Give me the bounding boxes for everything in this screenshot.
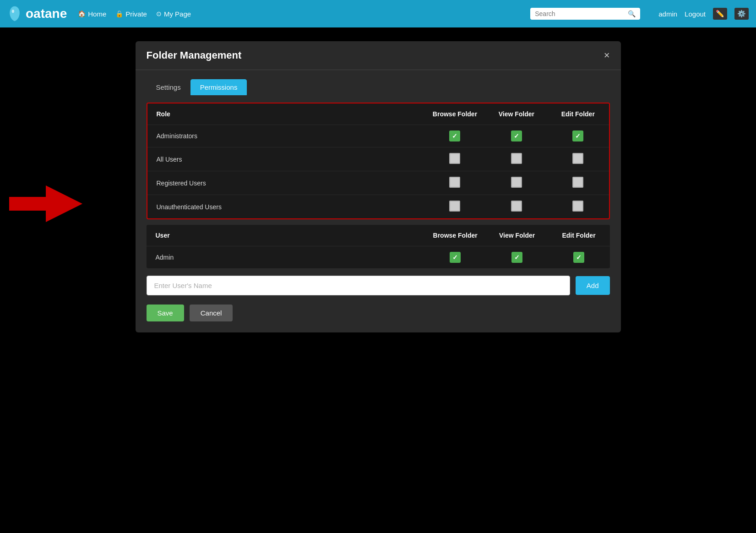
- table-row: Unauthenticated Users: [147, 195, 609, 219]
- username-input[interactable]: [147, 276, 570, 295]
- edit-icon[interactable]: ✏️: [713, 8, 727, 20]
- table-row: Admin: [147, 246, 610, 269]
- edit-checkbox[interactable]: [547, 147, 609, 171]
- table-row: All Users: [147, 147, 609, 171]
- lock-icon: 🔒: [115, 10, 123, 17]
- users-table: User Browse Folder View Folder Edit Fold…: [147, 225, 610, 268]
- user-name: Admin: [147, 246, 424, 269]
- roles-section: Role Browse Folder View Folder Edit Fold…: [147, 103, 610, 219]
- user-view-col-header: View Folder: [486, 225, 548, 246]
- browse-folder-col-header: Browse Folder: [424, 103, 485, 125]
- role-name: Registered Users: [147, 171, 424, 195]
- nav-right: admin Logout ✏️ ⚙️: [658, 8, 749, 20]
- admin-label: admin: [658, 10, 677, 18]
- nav-links: 🏠 Home 🔒 Private ⊙ My Page: [78, 10, 519, 18]
- modal-footer: Save Cancel: [147, 305, 610, 321]
- save-button[interactable]: Save: [147, 305, 184, 321]
- arrow-annotation: [9, 183, 82, 226]
- table-row: Administrators: [147, 125, 609, 147]
- modal-overlay: Folder Management × Settings Permissions…: [0, 27, 756, 533]
- view-checkbox[interactable]: [486, 171, 547, 195]
- add-user-row: Add: [147, 276, 610, 295]
- role-name: Unauthenticated Users: [147, 195, 424, 219]
- user-view-checkbox[interactable]: [486, 246, 548, 269]
- search-icon: 🔍: [628, 10, 636, 17]
- logo-icon: [7, 5, 22, 22]
- user-col-header: User: [147, 225, 424, 246]
- nav-mypage[interactable]: ⊙ My Page: [156, 10, 191, 18]
- role-name: Administrators: [147, 125, 424, 147]
- navbar: oatane 🏠 Home 🔒 Private ⊙ My Page 🔍 admi…: [0, 0, 756, 27]
- edit-checkbox[interactable]: [547, 125, 609, 147]
- tab-settings[interactable]: Settings: [147, 79, 190, 95]
- modal-close-button[interactable]: ×: [604, 50, 610, 60]
- users-section: User Browse Folder View Folder Edit Fold…: [147, 225, 610, 268]
- view-checkbox[interactable]: [486, 195, 547, 219]
- view-folder-col-header: View Folder: [486, 103, 547, 125]
- search-input[interactable]: [535, 10, 625, 17]
- user-browse-checkbox[interactable]: [424, 246, 486, 269]
- search-bar: 🔍: [530, 8, 640, 20]
- edit-checkbox[interactable]: [547, 195, 609, 219]
- modal-title: Folder Management: [147, 49, 242, 61]
- user-edit-col-header: Edit Folder: [548, 225, 610, 246]
- logout-button[interactable]: Logout: [685, 10, 706, 18]
- circle-icon: ⊙: [156, 10, 162, 17]
- browse-checkbox[interactable]: [424, 171, 485, 195]
- view-checkbox[interactable]: [486, 125, 547, 147]
- role-name: All Users: [147, 147, 424, 171]
- nav-home[interactable]: 🏠 Home: [78, 10, 106, 18]
- browse-checkbox[interactable]: [424, 147, 485, 171]
- logo-text: oatane: [26, 6, 67, 21]
- roles-col-header: Role: [147, 103, 424, 125]
- home-icon: 🏠: [78, 10, 86, 17]
- tab-permissions[interactable]: Permissions: [190, 79, 247, 95]
- svg-point-0: [12, 10, 14, 13]
- svg-marker-1: [9, 185, 82, 222]
- user-edit-checkbox[interactable]: [548, 246, 610, 269]
- modal-body: Settings Permissions Role Browse Folder …: [136, 70, 621, 332]
- table-row: Registered Users: [147, 171, 609, 195]
- settings-icon[interactable]: ⚙️: [734, 8, 749, 20]
- edit-checkbox[interactable]: [547, 171, 609, 195]
- roles-table: Role Browse Folder View Folder Edit Fold…: [147, 103, 609, 218]
- add-button[interactable]: Add: [576, 276, 610, 295]
- modal-header: Folder Management ×: [136, 41, 621, 70]
- view-checkbox[interactable]: [486, 147, 547, 171]
- logo: oatane: [7, 5, 67, 22]
- tab-bar: Settings Permissions: [147, 79, 610, 95]
- edit-folder-col-header: Edit Folder: [547, 103, 609, 125]
- browse-checkbox[interactable]: [424, 125, 485, 147]
- folder-management-modal: Folder Management × Settings Permissions…: [136, 41, 621, 332]
- nav-private[interactable]: 🔒 Private: [115, 10, 147, 18]
- user-browse-col-header: Browse Folder: [424, 225, 486, 246]
- cancel-button[interactable]: Cancel: [190, 305, 233, 321]
- browse-checkbox[interactable]: [424, 195, 485, 219]
